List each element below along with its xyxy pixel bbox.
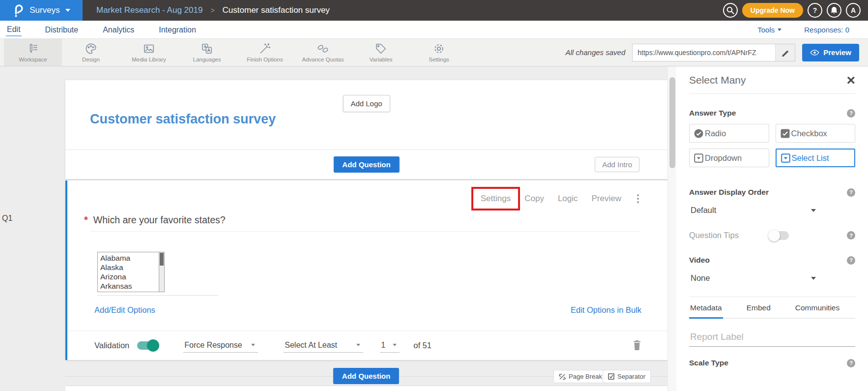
separator-button[interactable]: Separator	[603, 370, 651, 383]
page-break-button[interactable]: Page Break	[553, 370, 608, 383]
tab-edit[interactable]: Edit	[6, 23, 22, 36]
add-question-button-top[interactable]: Add Question	[333, 156, 399, 173]
bell-icon	[830, 6, 839, 15]
tab-embed[interactable]: Embed	[746, 297, 772, 318]
select-rule-dropdown[interactable]: Select At Least	[284, 338, 363, 353]
question-number-label: Q1	[2, 214, 12, 223]
tools-label: Tools	[757, 26, 775, 34]
translate-icon	[201, 42, 213, 55]
question-copy-button[interactable]: Copy	[524, 194, 544, 204]
close-icon[interactable]: ×	[846, 75, 855, 86]
toggle-knob	[147, 339, 159, 352]
list-item[interactable]: Alaska	[100, 263, 157, 272]
top-bar: Surveys Market Research - Aug 2019 > Cus…	[0, 0, 868, 21]
breadcrumb-folder[interactable]: Market Research - Aug 2019	[96, 5, 203, 15]
pencil-icon	[781, 48, 789, 57]
validation-label: Validation	[94, 341, 129, 350]
tab-analytics[interactable]: Analytics	[102, 23, 135, 36]
validation-toggle[interactable]	[137, 341, 158, 350]
list-item[interactable]: Alabama	[100, 253, 157, 263]
of-total-label: of 51	[413, 341, 432, 350]
checkbox-icon	[608, 373, 614, 380]
metadata-tabs: Metadata Embed Communities	[689, 297, 855, 319]
help-icon[interactable]: ?	[847, 231, 855, 240]
notifications-button[interactable]	[827, 3, 841, 18]
search-button[interactable]	[723, 3, 738, 18]
toolbar-item-finish-options[interactable]: Finish Options	[236, 39, 294, 66]
edit-url-button[interactable]	[775, 44, 795, 61]
answer-type-dropdown[interactable]: Dropdown	[689, 149, 769, 167]
toolbar-right: All changes saved Preview	[566, 39, 868, 66]
answer-type-radio[interactable]: Radio	[689, 124, 769, 143]
next-card-edge	[65, 386, 667, 391]
survey-title[interactable]: Customer satisfaction survey	[90, 112, 276, 127]
answer-type-select-list[interactable]: Select List	[776, 149, 856, 167]
editor-toolbar: Workspace Design Media Library Languages…	[0, 38, 868, 66]
scrollbar-thumb[interactable]	[669, 77, 675, 168]
help-icon[interactable]: ?	[847, 256, 855, 265]
preview-button[interactable]: Preview	[802, 44, 859, 61]
validation-row: Validation Force Response Select At Leas…	[94, 331, 642, 360]
chevron-down-icon	[778, 29, 781, 31]
chevron-down-icon	[811, 277, 816, 280]
listbox-scrollbar[interactable]	[159, 252, 164, 292]
add-logo-button[interactable]: Add Logo	[343, 95, 390, 112]
help-icon[interactable]: ?	[847, 359, 855, 367]
report-label-input[interactable]	[689, 331, 855, 347]
chevron-down-icon	[811, 209, 816, 212]
question-tips-toggle[interactable]	[769, 231, 789, 240]
tag-icon	[375, 42, 387, 55]
toolbar-item-languages[interactable]: Languages	[178, 39, 236, 66]
surveys-menu[interactable]: Surveys	[0, 0, 83, 21]
min-count-dropdown[interactable]: 1	[380, 338, 400, 353]
help-icon[interactable]: ?	[847, 109, 855, 118]
answer-type-checkbox[interactable]: Checkbox	[776, 124, 856, 143]
toolbar-item-design[interactable]: Design	[62, 39, 120, 66]
toolbar-item-media-library[interactable]: Media Library	[120, 39, 178, 66]
vertical-scrollbar[interactable]	[667, 66, 676, 391]
help-button[interactable]: ?	[808, 3, 822, 18]
upgrade-now-button[interactable]: Upgrade Now	[742, 3, 803, 18]
toolbar-item-settings[interactable]: Settings	[410, 39, 468, 66]
tab-communities[interactable]: Communities	[794, 297, 840, 318]
add-question-button-bottom[interactable]: Add Question	[333, 368, 399, 384]
answer-type-options: Radio Checkbox Dropdown Select List	[689, 124, 855, 167]
add-edit-options-link[interactable]: Add/Edit Options	[94, 305, 155, 315]
tab-distribute[interactable]: Distribute	[44, 23, 80, 36]
survey-url-input[interactable]	[633, 44, 775, 61]
toolbar-item-variables[interactable]: Variables	[352, 39, 410, 66]
question-text-row: * Which are your favorite states?	[84, 214, 226, 226]
question-logic-button[interactable]: Logic	[558, 194, 578, 204]
tab-metadata[interactable]: Metadata	[689, 297, 723, 319]
list-item[interactable]: Arkansas	[100, 281, 157, 291]
survey-header-card: Add Logo Customer satisfaction survey Ad…	[65, 80, 667, 179]
question-text[interactable]: Which are your favorite states?	[93, 214, 226, 226]
responses-count[interactable]: Responses: 0	[804, 26, 849, 34]
listbox-scrollbar-thumb[interactable]	[160, 253, 164, 266]
force-response-dropdown[interactable]: Force Response	[183, 338, 258, 353]
help-icon[interactable]: ?	[847, 188, 855, 197]
video-dropdown[interactable]: None	[689, 273, 816, 283]
account-avatar[interactable]: A	[846, 3, 861, 18]
answer-display-order-dropdown[interactable]: Default	[689, 206, 816, 215]
required-asterisk: *	[84, 214, 88, 226]
list-item[interactable]: Arizona	[100, 272, 157, 281]
question-card: Settings Copy Logic Preview * Which are …	[65, 180, 667, 360]
toolbar-item-workspace[interactable]: Workspace	[4, 39, 62, 66]
toolbar-item-advance-quotas[interactable]: Advance Quotas	[294, 39, 352, 66]
question-preview-button[interactable]: Preview	[592, 194, 621, 204]
image-icon	[143, 42, 155, 55]
chevron-down-icon	[356, 344, 360, 346]
radio-check-icon	[694, 129, 703, 138]
edit-options-in-bulk-link[interactable]: Edit Options in Bulk	[571, 305, 641, 315]
question-tips-label: Question Tips	[689, 231, 739, 240]
answer-select-list[interactable]: Alabama Alaska Arizona Arkansas	[97, 252, 165, 292]
add-intro-button[interactable]: Add Intro	[595, 157, 639, 172]
delete-question-button[interactable]	[632, 340, 642, 351]
tab-integration[interactable]: Integration	[158, 23, 197, 36]
nav-right: Tools Responses: 0	[757, 26, 849, 34]
tools-menu[interactable]: Tools	[757, 26, 781, 34]
kebab-menu-icon[interactable]	[636, 193, 640, 204]
product-label: Surveys	[29, 5, 59, 15]
question-menu: Settings Copy Logic Preview	[481, 193, 640, 204]
